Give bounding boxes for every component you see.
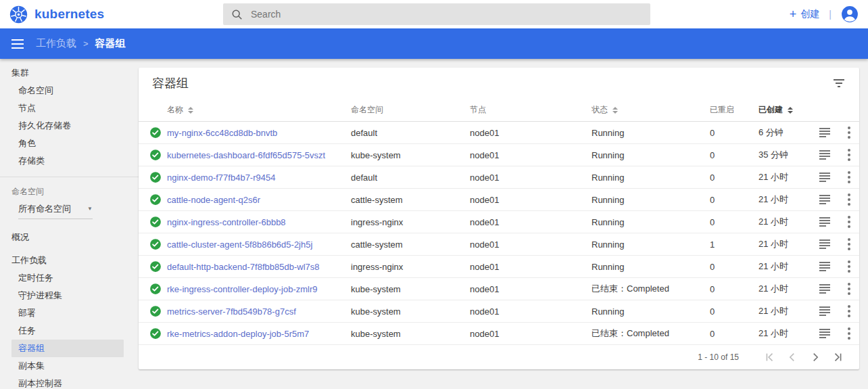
logs-icon[interactable] [819,128,830,137]
table-header: 名称 命名空间 节点 状态 已重启 已创建 [139,99,859,122]
sidebar-item-overview[interactable]: 概况 [0,229,139,246]
table-row: metrics-server-7fbd549b78-g7csf kube-sys… [139,300,859,323]
sidebar-item[interactable]: 命名空间 [11,82,124,99]
pod-node: node01 [470,195,592,205]
pod-age: 21 小时 [758,260,819,273]
pod-namespace: default [351,128,470,138]
first-page-icon [763,351,775,363]
column-header-node: 节点 [470,104,592,116]
kebab-menu-icon[interactable] [845,192,853,207]
kebab-menu-icon[interactable] [845,147,853,162]
pod-namespace: kube-system [351,150,470,160]
pod-age: 6 分钟 [758,127,819,139]
breadcrumb-current: 容器组 [95,37,126,50]
pod-status: Running [592,306,710,317]
pod-name-link[interactable]: nginx-demo-f77fb4b7-r9454 [167,173,275,183]
sidebar-item[interactable]: 任务 [11,322,124,340]
status-ok-icon [149,149,162,161]
kebab-menu-icon[interactable] [845,170,853,185]
status-ok-icon [149,171,162,183]
status-ok-icon [149,238,162,250]
pod-name-link[interactable]: rke-metrics-addon-deploy-job-5r5m7 [167,329,309,339]
pod-name-link[interactable]: rke-ingress-controller-deploy-job-zmlr9 [167,284,318,294]
brand[interactable]: kubernetes [0,5,104,24]
search-input[interactable] [251,9,642,20]
pod-status: Running [592,195,710,205]
pod-name-link[interactable]: default-http-backend-7f8fbb85db-wl7s8 [167,262,319,272]
user-avatar-icon[interactable] [841,5,859,23]
kebab-menu-icon[interactable] [845,326,853,341]
sort-icon-active [788,107,793,114]
plus-icon: + [790,8,797,20]
column-header-namespace: 命名空间 [351,104,470,116]
sidebar-item[interactable]: 副本集 [11,357,124,375]
pod-namespace: default [351,173,470,183]
breadcrumb-parent[interactable]: 工作负载 [36,37,76,50]
sidebar-item[interactable]: 持久化存储卷 [11,117,124,135]
pod-name-link[interactable]: cattle-node-agent-q2s6r [167,195,260,205]
pod-restarts: 0 [710,173,758,183]
sidebar-item[interactable]: 副本控制器 [11,375,124,389]
sidebar-item-workloads[interactable]: 工作负载 [0,252,139,269]
pod-status: Running [592,217,710,227]
column-header-status[interactable]: 状态 [592,104,710,116]
search-bar[interactable] [223,3,650,25]
logs-icon[interactable] [819,306,830,316]
sidebar-item[interactable]: 部署 [11,304,124,322]
sidebar-item[interactable]: 节点 [11,99,124,117]
sidebar-item[interactable]: 守护进程集 [11,287,124,304]
app-title: kubernetes [34,7,104,22]
column-header-created[interactable]: 已创建 [758,104,819,116]
top-actions: + 创建 | [790,0,859,28]
logs-icon[interactable] [819,262,830,271]
logs-icon[interactable] [819,150,830,160]
logs-icon[interactable] [819,284,830,294]
pod-status: Running [592,150,710,160]
pod-name-link[interactable]: my-nginx-6cc48cd8db-bnvtb [167,128,277,138]
next-page-button[interactable] [804,347,827,367]
sidebar-item-cluster[interactable]: 集群 [0,64,139,82]
logs-icon[interactable] [819,329,830,338]
workload-items: 定时任务 守护进程集 部署 任务 容器组 副本集 副本控制器 [0,269,139,389]
sidebar-item[interactable]: 角色 [11,135,124,152]
pod-name-link[interactable]: metrics-server-7fbd549b78-g7csf [167,306,296,317]
pod-name-link[interactable]: cattle-cluster-agent-5f8b86b6d5-2jh5j [167,239,312,250]
pod-age: 21 小时 [758,171,819,183]
table-row: rke-metrics-addon-deploy-job-5r5m7 kube-… [139,323,859,345]
last-page-button[interactable] [827,347,850,367]
logs-icon[interactable] [819,217,830,227]
table-row: nginx-ingress-controller-6bbb8 ingress-n… [139,211,859,233]
pod-restarts: 0 [710,329,758,339]
logs-icon[interactable] [819,173,830,182]
sidebar-item[interactable]: 存储类 [11,152,124,170]
filter-icon[interactable] [834,79,846,87]
kebab-menu-icon[interactable] [845,237,853,252]
chevron-down-icon: ▼ [87,206,93,212]
first-page-button [758,347,781,367]
menu-icon[interactable] [11,39,24,49]
pod-status: Running [592,239,710,250]
sort-icon [188,107,193,114]
sidebar-item[interactable]: 容器组 [11,340,124,357]
kebab-menu-icon[interactable] [845,281,853,296]
table-row: cattle-cluster-agent-5f8b86b6d5-2jh5j ca… [139,233,859,256]
kebab-menu-icon[interactable] [845,125,853,140]
create-button[interactable]: + 创建 [790,8,820,20]
pod-name-link[interactable]: kubernetes-dashboard-6fdf65d575-5vszt [167,150,325,160]
sidebar-item[interactable]: 定时任务 [11,269,124,287]
logs-icon[interactable] [819,239,830,249]
chevron-right-icon [809,351,821,363]
namespace-select[interactable]: 所有命名空间 ▼ [18,199,93,219]
kebab-menu-icon[interactable] [845,259,853,274]
pod-restarts: 0 [710,128,758,138]
pod-node: node01 [470,284,592,294]
search-icon [231,9,243,20]
pod-age: 35 分钟 [758,149,819,161]
kebab-menu-icon[interactable] [845,214,853,229]
pod-namespace: kube-system [351,284,470,294]
status-ok-icon [149,193,162,206]
column-header-name[interactable]: 名称 [167,104,351,116]
pod-name-link[interactable]: nginx-ingress-controller-6bbb8 [167,217,286,227]
kebab-menu-icon[interactable] [845,304,853,319]
logs-icon[interactable] [819,195,830,204]
